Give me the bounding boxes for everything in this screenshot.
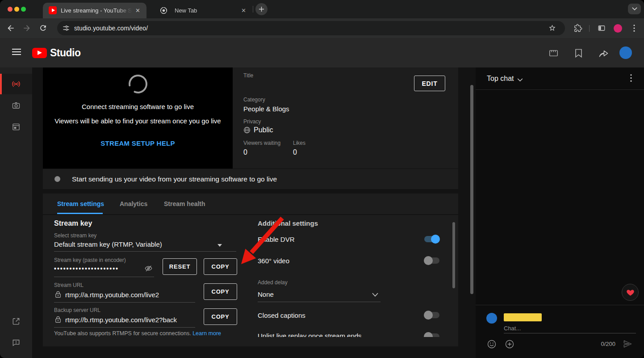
address-bar[interactable]: studio.youtube.com/video/: [57, 21, 565, 35]
saved-bookmark-icon[interactable]: [575, 49, 582, 58]
site-info-icon[interactable]: [63, 25, 70, 32]
url-underline: [54, 302, 195, 303]
sidebar-item-external[interactable]: [0, 311, 32, 332]
eye-off-icon[interactable]: [144, 264, 153, 273]
hamburger-menu-icon[interactable]: [12, 48, 21, 56]
stream-key-select-value[interactable]: Default stream key (RTMP, Variable): [54, 240, 162, 248]
copy-backup-button[interactable]: COPY: [204, 308, 237, 325]
tab-title: Live streaming - YouTube Stu: [61, 7, 132, 14]
lock-icon: [54, 291, 62, 299]
sidebar-item-manage[interactable]: [0, 117, 32, 137]
closed-captions-toggle[interactable]: [424, 311, 440, 320]
learn-more-link[interactable]: Learn more: [192, 330, 221, 337]
unlist-row-clipped: Unlist live replay once stream ends: [258, 332, 442, 337]
browser-tab-strip: Live streaming - YouTube Stu ✕ New Tab ✕: [0, 0, 644, 18]
tab-search-button[interactable]: [628, 4, 641, 14]
stream-url-value: rtmp://a.rtmp.youtube.com/live2: [65, 291, 159, 299]
tab-analytics[interactable]: Analytics: [120, 200, 147, 207]
key-underline: [54, 277, 154, 277]
status-bar: Start sending us your video from your st…: [43, 168, 458, 189]
active-tab-underline: [57, 213, 103, 214]
chat-input-underline: [504, 333, 636, 333]
top-chat-selector[interactable]: Top chat: [487, 75, 514, 83]
bookmark-star-icon[interactable]: [548, 24, 556, 32]
chat-input-divider: [476, 305, 644, 305]
send-icon[interactable]: [623, 340, 632, 348]
chat-menu-icon[interactable]: [628, 74, 634, 82]
unlist-replay-label: Unlist live replay once stream ends: [258, 332, 362, 337]
traffic-light-minimize[interactable]: [14, 7, 19, 12]
tab-stream-health[interactable]: Stream health: [164, 200, 205, 207]
tab-close-icon[interactable]: ✕: [135, 7, 140, 14]
browser-profile-avatar[interactable]: [614, 24, 622, 33]
browser-menu-icon[interactable]: [631, 24, 638, 32]
viewers-text: Viewers will be able to find your stream…: [43, 117, 233, 125]
tab-separator: [253, 6, 253, 13]
tab-close-icon[interactable]: ✕: [241, 7, 246, 14]
settings-scrollbar[interactable]: [452, 222, 455, 288]
copy-key-button[interactable]: COPY: [204, 258, 237, 275]
side-panel-icon[interactable]: [598, 24, 606, 32]
chevron-down-icon: [632, 7, 637, 11]
toolbar-separator: [589, 25, 590, 32]
sidebar-item-live[interactable]: [0, 74, 32, 94]
viewers-waiting-value: 0: [243, 148, 247, 156]
content-tabs: Stream settings Analytics Stream health: [43, 194, 458, 214]
extensions-icon[interactable]: [574, 24, 582, 32]
connect-text: Connect streaming software to go live: [43, 103, 233, 110]
copy-url-button[interactable]: COPY: [204, 283, 237, 300]
stream-key-field-label: Stream key (paste in encoder): [54, 257, 126, 263]
privacy-value: Public: [254, 126, 273, 134]
video-editor-icon[interactable]: [549, 49, 558, 57]
char-counter: 0/200: [586, 341, 615, 347]
forward-icon[interactable]: [22, 24, 31, 33]
live-stream-icon: [11, 79, 21, 89]
loading-spinner: [127, 73, 149, 95]
select-stream-key-label: Select stream key: [54, 232, 96, 239]
video-360-toggle[interactable]: [424, 256, 440, 265]
heart-reaction-button[interactable]: [622, 284, 639, 301]
chat-input[interactable]: Chat...: [504, 325, 521, 332]
added-delay-label: Added delay: [258, 279, 288, 286]
traffic-light-zoom[interactable]: [21, 7, 26, 12]
traffic-light-close[interactable]: [8, 7, 13, 12]
tab-live-streaming[interactable]: Live streaming - YouTube Stu ✕: [43, 3, 146, 18]
reload-icon[interactable]: [39, 24, 47, 32]
sidebar-item-webcam[interactable]: [0, 95, 32, 116]
chat-panel: Top chat Chat... 0/200: [476, 67, 644, 358]
status-text: Start sending us your video from your st…: [72, 175, 277, 183]
tab-title: New Tab: [175, 7, 233, 14]
caret-down-icon[interactable]: [217, 244, 222, 247]
add-icon[interactable]: [505, 339, 514, 349]
screen: Live streaming - YouTube Stu ✕ New Tab ✕: [0, 0, 644, 358]
viewers-waiting-label: Viewers waiting: [243, 140, 280, 146]
title-label: Title: [243, 72, 253, 79]
new-tab-button[interactable]: [255, 3, 268, 15]
chevron-down-icon[interactable]: [372, 293, 378, 297]
stream-key-heading: Stream key: [54, 219, 92, 227]
unlist-replay-toggle[interactable]: [424, 332, 440, 337]
reset-key-button[interactable]: RESET: [163, 258, 197, 275]
sidebar-item-feedback[interactable]: [0, 333, 32, 353]
enable-dvr-toggle[interactable]: [424, 235, 440, 244]
backup-url-value: rtmp://b.rtmp.youtube.com/live2?back: [65, 316, 177, 324]
added-delay-value[interactable]: None: [258, 291, 274, 298]
chevron-down-icon[interactable]: [517, 78, 523, 82]
chat-header-divider: [476, 89, 644, 90]
youtube-logo[interactable]: [32, 48, 47, 58]
category-value: People & Blogs: [243, 105, 289, 113]
account-avatar[interactable]: [619, 46, 632, 59]
page-scrollbar[interactable]: [470, 85, 473, 294]
lock-icon: [54, 316, 62, 324]
closed-captions-label: Closed captions: [258, 312, 305, 319]
url-text: studio.youtube.com/video/: [74, 25, 148, 32]
studio-header: Studio: [0, 38, 644, 67]
edit-button[interactable]: EDIT: [414, 76, 445, 91]
emoji-icon[interactable]: [487, 339, 497, 349]
share-icon[interactable]: [598, 48, 609, 58]
tab-stream-settings[interactable]: Stream settings: [57, 200, 104, 207]
tab-new-tab[interactable]: New Tab ✕: [152, 3, 251, 18]
back-icon[interactable]: [6, 24, 15, 33]
chat-avatar: [486, 313, 497, 324]
stream-setup-help-link[interactable]: STREAM SETUP HELP: [43, 139, 233, 147]
